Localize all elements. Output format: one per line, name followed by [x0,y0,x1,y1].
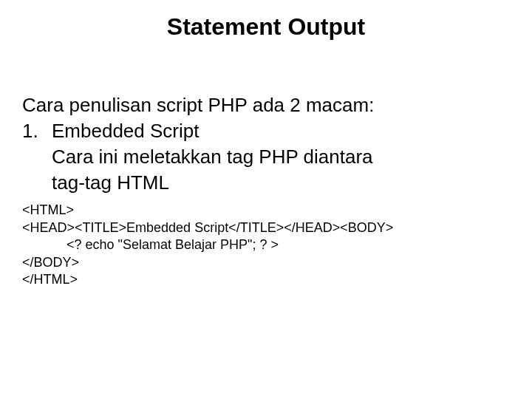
code-line-1: <HTML> [22,202,510,219]
code-line-4: </BODY> [22,254,510,271]
body-content: Cara penulisan script PHP ada 2 macam: 1… [22,92,510,196]
code-line-2: <HEAD><TITLE>Embedded Script</TITLE></HE… [22,219,510,236]
code-line-3: <? echo "Selamat Belajar PHP"; ? > [22,236,510,253]
list-item-1: 1. Embedded Script [22,118,510,144]
intro-text: Cara penulisan script PHP ada 2 macam: [22,92,510,118]
code-line-5: </HTML> [22,271,510,288]
slide: Statement Output Cara penulisan script P… [0,0,532,288]
list-desc-line-1: Cara ini meletakkan tag PHP diantara [22,144,510,170]
list-number: 1. [22,118,52,144]
list-heading: Embedded Script [52,118,199,144]
list-desc-line-2: tag-tag HTML [22,170,510,196]
slide-title: Statement Output [22,13,510,41]
code-example: <HTML> <HEAD><TITLE>Embedded Script</TIT… [22,202,510,288]
